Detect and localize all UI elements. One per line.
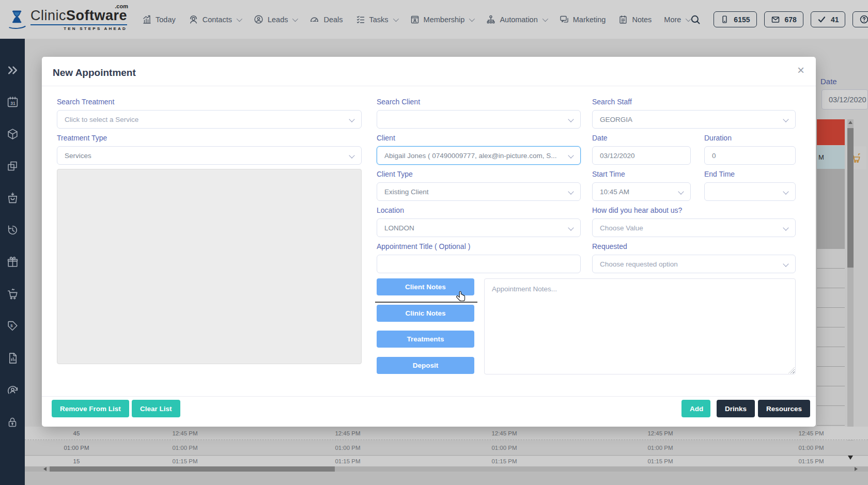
client-type-label: Client Type (377, 170, 413, 178)
chevron-down-icon (568, 225, 574, 230)
remove-from-list-button[interactable]: Remove From List (52, 400, 129, 417)
start-time-select[interactable]: 10:45 AM (592, 182, 691, 201)
chevron-down-icon (568, 152, 574, 158)
drinks-button[interactable]: Drinks (717, 400, 755, 417)
location-select[interactable]: LONDON (377, 218, 581, 237)
appointment-title-label: Appointment Title ( Optional ) (377, 242, 470, 251)
requested-label: Requested (592, 242, 627, 251)
end-time-select[interactable] (704, 182, 796, 201)
resources-button[interactable]: Resources (758, 400, 810, 417)
start-time-label: Start Time (592, 170, 625, 178)
search-staff-label: Search Staff (592, 98, 632, 106)
search-treatment-select[interactable]: Click to select a Service (57, 110, 362, 129)
hear-about-select[interactable]: Choose Value (592, 218, 796, 237)
footer-divider (42, 396, 816, 397)
chevron-down-icon (568, 189, 574, 194)
search-client-select[interactable] (377, 110, 581, 129)
appointment-notes-textarea[interactable] (484, 278, 796, 374)
chevron-down-icon (783, 225, 788, 230)
header-divider (42, 86, 816, 86)
date-input[interactable]: 03/12/2020 (592, 146, 691, 165)
chevron-down-icon (349, 152, 354, 158)
search-staff-select[interactable]: GEORGIA (592, 110, 796, 129)
treatments-button[interactable]: Treatments (377, 331, 474, 348)
duration-input[interactable]: 0 (704, 146, 796, 165)
hear-about-label: How did you hear about us? (592, 206, 682, 214)
client-type-select[interactable]: Existing Client (377, 182, 581, 201)
selected-services-panel (57, 169, 362, 364)
chevron-down-icon (349, 116, 354, 122)
client-select[interactable]: Abigail Jones ( 07490009777, alex@in-pic… (377, 146, 581, 165)
appointment-title-input[interactable] (377, 255, 581, 273)
location-label: Location (377, 206, 404, 214)
chevron-down-icon (783, 116, 788, 122)
chevron-down-icon (783, 261, 788, 267)
clear-list-button[interactable]: Clear List (132, 400, 180, 417)
treatment-type-label: Treatment Type (57, 134, 107, 142)
close-icon[interactable]: × (797, 64, 804, 76)
add-button[interactable]: Add (681, 400, 710, 417)
clinic-notes-button[interactable]: Clinic Notes (377, 305, 474, 322)
end-time-label: End Time (704, 170, 735, 178)
modal-title: New Appointment (53, 67, 136, 79)
search-treatment-label: Search Treatment (57, 98, 114, 106)
chevron-down-icon (568, 116, 574, 122)
scroll-down-arrow-icon[interactable] (848, 456, 853, 460)
duration-label: Duration (704, 134, 732, 142)
client-label: Client (377, 134, 395, 142)
search-client-label: Search Client (377, 98, 420, 106)
new-appointment-modal: New Appointment × Search Treatment Click… (42, 57, 816, 427)
date-label: Date (592, 134, 608, 142)
chevron-down-icon (783, 189, 788, 194)
mouse-cursor-hand-icon (455, 290, 467, 304)
treatment-type-select[interactable]: Services (57, 146, 362, 165)
chevron-down-icon (678, 189, 684, 194)
app-root: ClinicSoftware .com TEN STEPS AHEAD Toda… (0, 0, 868, 485)
requested-select[interactable]: Choose requested option (592, 255, 796, 273)
deposit-button[interactable]: Deposit (377, 357, 474, 374)
